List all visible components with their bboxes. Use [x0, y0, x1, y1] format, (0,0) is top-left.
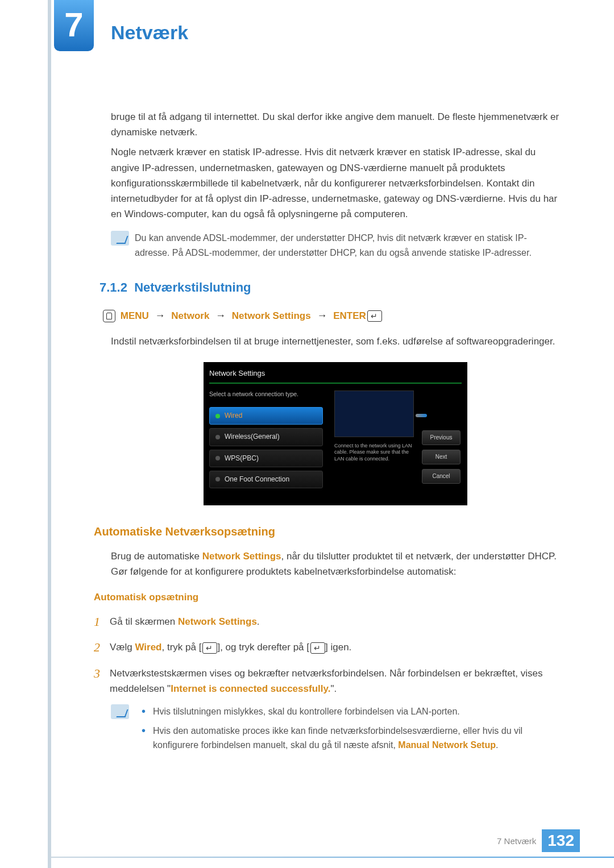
screenshot-options: Wired Wireless(General) WPS(PBC) One Foo…	[209, 407, 323, 488]
step-3: 3 Netværkstestskærmen vises og bekræfter…	[94, 663, 560, 696]
text: Gå til skærmen	[110, 616, 178, 627]
text: ".	[330, 683, 337, 694]
menu-button-icon	[103, 310, 115, 322]
side-accent-bar	[48, 0, 51, 868]
radio-icon	[215, 435, 220, 439]
chapter-title: Netværk	[111, 22, 188, 44]
text: ], og tryk derefter på [	[217, 642, 309, 653]
text: ] igen.	[325, 642, 351, 653]
section-number: 7.1.2	[99, 280, 127, 294]
ui-screenshot: Network Settings Select a network connec…	[204, 362, 467, 505]
option-wired[interactable]: Wired	[209, 407, 323, 425]
section-title: Netværkstilslutning	[134, 280, 251, 294]
option-label: WPS(PBC)	[225, 453, 259, 464]
step-body: Netværkstestskærmen vises og bekræfter n…	[110, 663, 560, 696]
path-enter: ENTER	[333, 310, 366, 321]
option-wireless[interactable]: Wireless(General)	[209, 428, 323, 446]
keyword-network-settings: Network Settings	[202, 551, 281, 562]
enter-button-icon	[367, 310, 382, 322]
step-1: 1 Gå til skærmen Network Settings.	[94, 612, 560, 632]
arrow-icon: →	[313, 310, 330, 321]
text: .	[496, 740, 498, 750]
bullet-2: •Hvis den automatiske proces ikke kan fi…	[142, 724, 560, 753]
step-body: Vælg Wired, tryk på [], og tryk derefter…	[110, 637, 560, 657]
step-body: Gå til skærmen Network Settings.	[110, 612, 560, 632]
option-label: Wireless(General)	[225, 431, 280, 442]
radio-icon	[215, 477, 220, 481]
note-icon	[111, 231, 129, 246]
enter-button-icon	[202, 642, 217, 654]
page-content: bruge til at få adgang til internettet. …	[111, 109, 560, 757]
bullet-text: Hvis den automatiske proces ikke kan fin…	[153, 724, 560, 753]
text: Vælg	[110, 642, 135, 653]
step-number: 3	[94, 663, 110, 696]
path-network-settings: Network Settings	[232, 310, 311, 321]
bullet-1: •Hvis tilslutningen mislykkes, skal du k…	[142, 704, 560, 719]
screenshot-title: Network Settings	[209, 367, 462, 384]
section-description: Indstil netværksforbindelsen til at brug…	[111, 334, 560, 349]
text: .	[257, 616, 260, 627]
footer-chapter: 7 Netværk	[497, 836, 536, 846]
bullet-list: •Hvis tilslutningen mislykkes, skal du k…	[142, 704, 560, 757]
intro-paragraph-1: bruge til at få adgang til internettet. …	[111, 109, 560, 140]
keyword-success: Internet is connected successfully.	[171, 683, 330, 694]
step-number: 2	[94, 637, 110, 657]
chapter-number-tab: 7	[54, 0, 94, 51]
option-label: One Foot Connection	[225, 474, 289, 485]
menu-path: MENU → Network → Network Settings → ENTE…	[103, 308, 560, 324]
auto-subheading: Automatisk opsætning	[94, 589, 560, 605]
bullet-text: Hvis tilslutningen mislykkes, skal du ko…	[153, 704, 460, 719]
page-footer: 7 Netværk 132	[497, 829, 580, 852]
option-onefoot[interactable]: One Foot Connection	[209, 471, 323, 488]
option-label: Wired	[225, 410, 242, 421]
arrow-icon: →	[212, 310, 229, 321]
option-wps[interactable]: WPS(PBC)	[209, 450, 323, 467]
note-icon	[111, 704, 129, 719]
note-block-1: Du kan anvende ADSL-modemmer, der unders…	[111, 231, 560, 260]
screenshot-buttons: Previous Next Cancel	[422, 430, 460, 488]
arrow-icon: →	[152, 310, 169, 321]
keyword-manual: Manual Network Setup	[398, 740, 496, 750]
text: , tryk på [	[162, 642, 202, 653]
cancel-button[interactable]: Cancel	[422, 469, 460, 484]
step-number: 1	[94, 612, 110, 632]
text: Brug de automatiske	[111, 551, 202, 562]
footer-accent-line	[51, 857, 614, 858]
bullet-dot-icon: •	[142, 724, 153, 753]
section-heading: 7.1.2 Netværkstilslutning	[99, 277, 560, 297]
keyword-wired: Wired	[135, 642, 161, 653]
screenshot-preview-box	[334, 391, 414, 437]
path-network: Network	[171, 310, 209, 321]
step-2: 2 Vælg Wired, tryk på [], og tryk dereft…	[94, 637, 560, 657]
auto-heading: Automatiske Netværksopsætning	[94, 522, 560, 541]
keyword: Network Settings	[178, 616, 257, 627]
note-block-2: •Hvis tilslutningen mislykkes, skal du k…	[111, 704, 560, 757]
enter-button-icon	[310, 642, 325, 654]
note-text: Du kan anvende ADSL-modemmer, der unders…	[135, 231, 560, 260]
path-menu: MENU	[121, 310, 149, 321]
radio-icon	[215, 414, 220, 418]
previous-button[interactable]: Previous	[422, 430, 460, 445]
step-list: 1 Gå til skærmen Network Settings. 2 Væl…	[94, 612, 560, 696]
footer-page-number: 132	[542, 829, 580, 852]
screenshot-tip: Connect to the network using LAN cable. …	[334, 443, 420, 463]
bullet-dot-icon: •	[142, 704, 153, 719]
auto-paragraph: Brug de automatiske Network Settings, nå…	[111, 549, 560, 579]
intro-paragraph-2: Nogle netværk kræver en statisk IP-adres…	[111, 144, 560, 222]
next-button[interactable]: Next	[422, 450, 460, 464]
radio-icon	[215, 456, 220, 460]
